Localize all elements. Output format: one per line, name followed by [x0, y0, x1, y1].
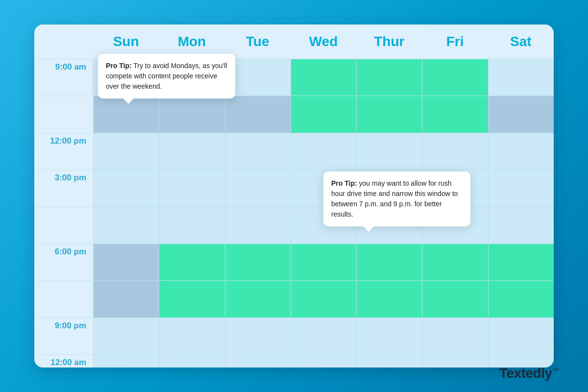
cell-r2-fri — [422, 96, 488, 132]
cell-r4-tue — [225, 170, 291, 206]
tooltip-rushhour: Pro Tip: you may want to allow for rush … — [323, 172, 470, 226]
cell-r5-mon — [159, 207, 224, 244]
tooltip-monday: Pro Tip: Try to avoid Mondays, as you'll… — [98, 54, 235, 98]
calendar-card: Sun Mon Tue Wed Thur Fri Sat 9:00 am 12:… — [34, 24, 554, 368]
cell-r5-sat — [488, 207, 554, 244]
time-spacer2 — [34, 207, 93, 244]
time-300pm: 3:00 pm — [34, 170, 93, 206]
cell-r9-wed — [291, 354, 356, 368]
cell-r6-mon — [159, 244, 224, 280]
cell-r2-thur — [356, 96, 422, 132]
time-spacer1 — [34, 96, 93, 132]
cell-r1-thur — [356, 59, 422, 96]
cell-r2-sat — [488, 96, 554, 132]
tooltip1-bold: Pro Tip: — [106, 62, 132, 70]
cell-r8-mon — [159, 318, 224, 354]
cell-r3-sat — [488, 133, 554, 170]
cell-r5-tue — [225, 207, 291, 244]
time-900am: 9:00 am — [34, 59, 93, 96]
header-thur: Thur — [356, 24, 422, 59]
header-sat: Sat — [488, 24, 554, 59]
header-time-col — [34, 24, 93, 59]
cell-r6-tue — [225, 244, 291, 280]
cell-r3-mon — [159, 133, 224, 170]
cell-r6-thur — [356, 244, 422, 280]
cell-r3-tue — [225, 133, 291, 170]
cell-r6-fri — [422, 244, 488, 280]
cell-r6-sun — [93, 244, 159, 280]
cell-r8-sat — [488, 318, 554, 354]
cell-r7-tue — [225, 280, 291, 317]
time-spacer3 — [34, 280, 93, 317]
cell-r7-thur — [356, 280, 422, 317]
header-tue: Tue — [225, 24, 291, 59]
time-1200pm: 12:00 pm — [34, 133, 93, 170]
cell-r8-wed — [291, 318, 356, 354]
cell-r3-thur — [356, 133, 422, 170]
cell-r4-sun — [93, 170, 159, 206]
cell-r8-fri — [422, 318, 488, 354]
time-1200am: 12:00 am — [34, 354, 93, 368]
cell-r9-sun — [93, 354, 159, 368]
cell-r4-mon — [159, 170, 224, 206]
cell-r5-sun — [93, 207, 159, 244]
cell-r9-fri — [422, 354, 488, 368]
cell-r9-mon — [159, 354, 224, 368]
cell-r7-wed — [291, 280, 356, 317]
cell-r3-fri — [422, 133, 488, 170]
cell-r3-sun — [93, 133, 159, 170]
cell-r9-thur — [356, 354, 422, 368]
cell-r7-sun — [93, 280, 159, 317]
cell-r2-wed — [291, 96, 356, 132]
cell-r2-mon — [159, 96, 224, 132]
cell-r8-thur — [356, 318, 422, 354]
textedly-logo: Textedly™ — [499, 366, 559, 381]
header-fri: Fri — [422, 24, 488, 59]
cell-r4-sat — [488, 170, 554, 206]
cell-r3-wed — [291, 133, 356, 170]
time-900pm: 9:00 pm — [34, 318, 93, 354]
cell-r7-sat — [488, 280, 554, 317]
tooltip2-bold: Pro Tip: — [331, 179, 357, 187]
time-600pm: 6:00 pm — [34, 244, 93, 280]
cell-r2-tue — [225, 96, 291, 132]
cell-r1-wed — [291, 59, 356, 96]
cell-r7-mon — [159, 280, 224, 317]
cell-r8-tue — [225, 318, 291, 354]
header-wed: Wed — [291, 24, 356, 59]
cell-r6-wed — [291, 244, 356, 280]
cell-r1-sat — [488, 59, 554, 96]
cell-r6-sat — [488, 244, 554, 280]
cell-r7-fri — [422, 280, 488, 317]
cell-r1-fri — [422, 59, 488, 96]
cell-r9-tue — [225, 354, 291, 368]
cell-r8-sun — [93, 318, 159, 354]
